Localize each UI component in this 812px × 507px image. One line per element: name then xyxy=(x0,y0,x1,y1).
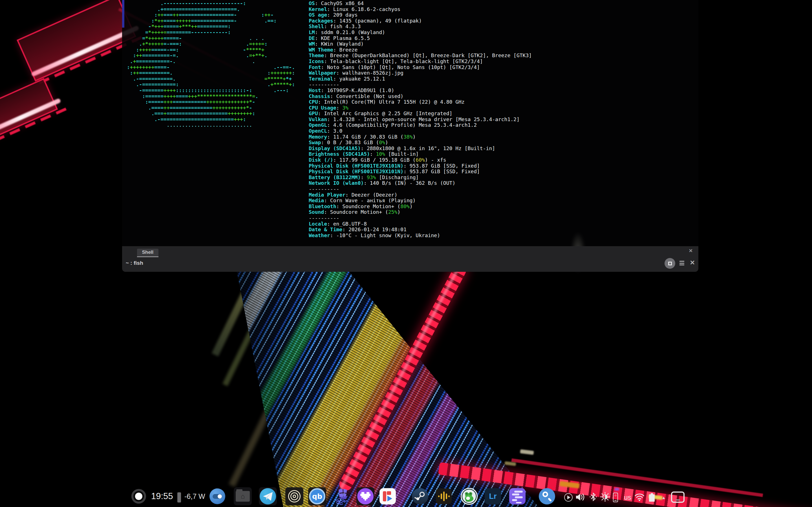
taskbar-item-file-manager[interactable]: ⌂ xyxy=(234,487,252,505)
night-light-brightness-icon[interactable] xyxy=(600,492,610,502)
lightroom-icon: Lr xyxy=(485,488,501,504)
equalizer-bars-icon xyxy=(436,489,452,504)
tab-active-underline xyxy=(137,256,158,257)
yakuake-tab-bar: Shell ✕ ~ : fish ✕ xyxy=(122,246,698,272)
media-play-tray-icon[interactable] xyxy=(564,493,573,502)
yakuake-terminal-screen[interactable]: .--------------------------: .+=========… xyxy=(122,0,698,246)
concentric-circles-icon xyxy=(288,490,301,503)
krunner-search-button[interactable] xyxy=(538,487,556,505)
taskbar-panel: 19:55 -6,7 W ⌂ qb xyxy=(0,480,812,507)
telegram-icon xyxy=(260,488,276,504)
steam-icon xyxy=(412,488,428,504)
keep-open-icon xyxy=(668,262,672,265)
red-blue-media-icon xyxy=(379,488,396,504)
power-draw-label: -6,7 W xyxy=(185,487,205,505)
battery-bar-indicator[interactable] xyxy=(177,492,181,503)
taskbar-item-media-f-app[interactable] xyxy=(378,487,397,505)
text-lines-icon xyxy=(509,488,525,504)
taskbar-item-bottles[interactable] xyxy=(333,487,350,505)
home-folder-icon: ⌂ xyxy=(236,491,250,502)
frog-icon xyxy=(461,488,477,505)
taskbar-item-circles-app[interactable] xyxy=(285,487,303,505)
cachyos-ascii-logo: .--------------------------: .+=========… xyxy=(127,1,295,128)
wifi-icon[interactable] xyxy=(634,493,645,501)
taskbar-item-toggle-app[interactable] xyxy=(208,487,226,505)
taskbar-item-heroic[interactable] xyxy=(356,487,374,505)
fastfetch-output: OS: CachyOS x86_64Kernel: Linux 6.18.6-2… xyxy=(309,1,532,238)
close-tab-icon[interactable]: ✕ xyxy=(689,248,693,254)
record-icon xyxy=(132,489,146,504)
battery-tray-icon[interactable] xyxy=(649,493,655,502)
search-icon xyxy=(539,488,555,504)
taskbar-item-telegram[interactable] xyxy=(259,487,277,505)
terminal-tab-shell[interactable]: Shell xyxy=(137,249,158,256)
bottles-icon xyxy=(333,488,350,505)
volume-icon[interactable] xyxy=(575,492,586,502)
keep-open-button[interactable] xyxy=(665,258,675,269)
taskbar-item-frog-app[interactable] xyxy=(460,487,478,505)
kdeconnect-icon[interactable] xyxy=(613,492,618,503)
keyboard-layout-indicator[interactable]: us xyxy=(621,492,634,503)
heroic-games-icon xyxy=(357,488,373,504)
qbittorrent-icon: qb xyxy=(309,488,325,504)
menu-button[interactable] xyxy=(679,261,684,267)
clock[interactable]: 19:55 xyxy=(151,487,173,505)
taskbar-item-lightroom[interactable]: Lr xyxy=(484,487,502,505)
terminal-edge-accent xyxy=(122,0,124,27)
expand-tray-icon[interactable]: ▲ xyxy=(660,493,668,502)
close-icon[interactable]: ✕ xyxy=(690,259,695,267)
show-desktop-icon[interactable] xyxy=(671,492,684,503)
taskbar-item-steam[interactable] xyxy=(411,487,429,505)
red-light-trail-left xyxy=(0,78,58,139)
screen-record-button[interactable] xyxy=(130,487,148,505)
terminal-session-title: ~ : fish xyxy=(126,260,143,266)
taskbar-item-qbittorrent[interactable]: qb xyxy=(308,487,326,505)
bluetooth-icon[interactable] xyxy=(589,492,597,502)
window-light xyxy=(520,449,534,455)
red-light-trail-top xyxy=(17,0,136,82)
toggle-app-icon xyxy=(209,489,225,504)
taskbar-item-text-lines-app[interactable] xyxy=(508,487,526,505)
taskbar-item-audio-recorder[interactable] xyxy=(435,487,453,505)
